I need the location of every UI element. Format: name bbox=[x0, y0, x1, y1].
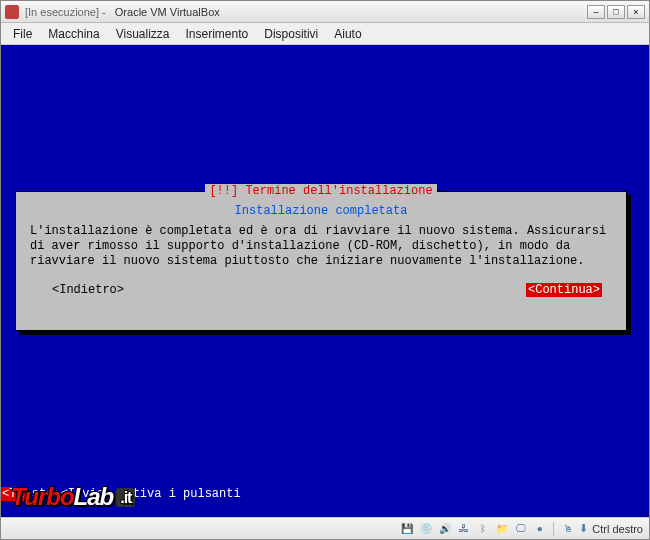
usb-icon[interactable]: ᛒ bbox=[475, 522, 490, 536]
continue-button[interactable]: <Continua> bbox=[526, 283, 602, 297]
menu-input[interactable]: Inserimento bbox=[178, 25, 257, 43]
hdd-icon[interactable]: 💾 bbox=[399, 522, 414, 536]
logo-suffix: .it bbox=[116, 488, 135, 507]
logo-part2: Lab bbox=[74, 483, 114, 510]
status-separator bbox=[553, 522, 554, 536]
dialog-panel: [!!] Termine dell'installazione Installa… bbox=[15, 191, 627, 331]
logo-part1: Turbo bbox=[11, 483, 74, 510]
dialog-title-row: [!!] Termine dell'installazione bbox=[16, 184, 626, 198]
dialog-button-row: <Indietro> <Continua> bbox=[16, 269, 626, 297]
back-button[interactable]: <Indietro> bbox=[52, 283, 124, 297]
host-key-label: Ctrl destro bbox=[592, 523, 643, 535]
titlebar[interactable]: [In esecuzione] - Oracle VM VirtualBox –… bbox=[1, 1, 649, 23]
virtualbox-window: [In esecuzione] - Oracle VM VirtualBox –… bbox=[0, 0, 650, 540]
audio-icon[interactable]: 🔊 bbox=[437, 522, 452, 536]
network-icon[interactable]: 🖧 bbox=[456, 522, 471, 536]
statusbar: 💾 💿 🔊 🖧 ᛒ 📁 🖵 ● 🖱 ⬇ Ctrl destro bbox=[1, 517, 649, 539]
window-title: [In esecuzione] - Oracle VM VirtualBox bbox=[25, 6, 587, 18]
recording-icon[interactable]: ● bbox=[532, 522, 547, 536]
host-key-icon: ⬇ bbox=[579, 522, 588, 535]
display-icon[interactable]: 🖵 bbox=[513, 522, 528, 536]
menu-devices[interactable]: Dispositivi bbox=[256, 25, 326, 43]
close-button[interactable]: × bbox=[627, 5, 645, 19]
maximize-button[interactable]: □ bbox=[607, 5, 625, 19]
dialog-title: [!!] Termine dell'installazione bbox=[205, 184, 436, 198]
app-icon bbox=[5, 5, 19, 19]
menu-machine[interactable]: Macchina bbox=[40, 25, 107, 43]
installer-dialog: [!!] Termine dell'installazione Installa… bbox=[15, 191, 627, 331]
vm-display[interactable]: [!!] Termine dell'installazione Installa… bbox=[1, 45, 649, 517]
menu-view[interactable]: Visualizza bbox=[108, 25, 178, 43]
minimize-button[interactable]: – bbox=[587, 5, 605, 19]
shared-folders-icon[interactable]: 📁 bbox=[494, 522, 509, 536]
window-controls: – □ × bbox=[587, 5, 645, 19]
optical-icon[interactable]: 💿 bbox=[418, 522, 433, 536]
dialog-subtitle: Installazione completata bbox=[16, 204, 626, 218]
menubar: File Macchina Visualizza Inserimento Dis… bbox=[1, 23, 649, 45]
menu-file[interactable]: File bbox=[5, 25, 40, 43]
menu-help[interactable]: Aiuto bbox=[326, 25, 369, 43]
mouse-integration-icon[interactable]: 🖱 bbox=[560, 522, 575, 536]
dialog-body: L'installazione è completata ed è ora di… bbox=[16, 218, 626, 269]
watermark-logo: TurboLab.it bbox=[11, 483, 135, 511]
app-name: Oracle VM VirtualBox bbox=[115, 6, 220, 18]
host-key-indicator[interactable]: ⬇ Ctrl destro bbox=[579, 522, 643, 535]
vm-state-label: [In esecuzione] bbox=[25, 6, 99, 18]
